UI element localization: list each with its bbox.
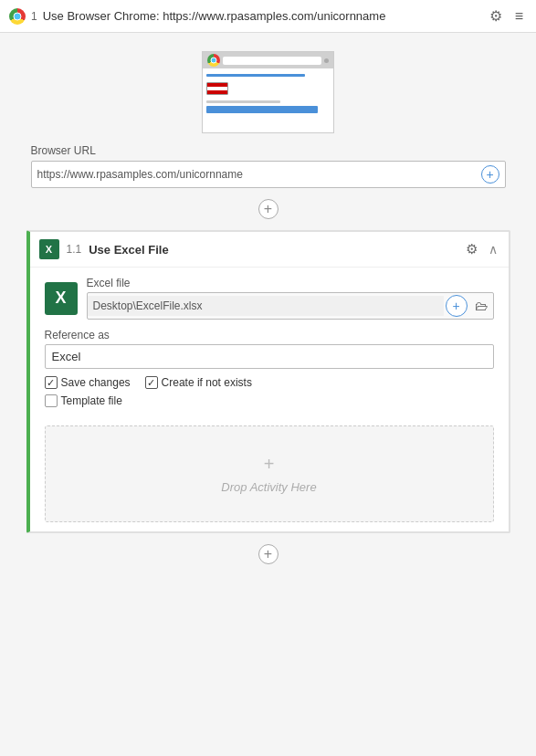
checkbox-row-1: ✓ Save changes ✓ Create if not exists — [45, 376, 494, 389]
thumb-line — [206, 74, 305, 77]
create-if-not-exists-label: Create if not exists — [162, 376, 252, 389]
add-between-bottom: + — [18, 533, 518, 575]
add-between-top: + — [18, 188, 518, 230]
reference-as-section: Reference as — [45, 329, 494, 369]
save-changes-checkbox-item[interactable]: ✓ Save changes — [45, 376, 131, 389]
url-section: Browser URL https://www.rpasamples.com/u… — [31, 144, 506, 188]
add-activity-bottom-button[interactable]: + — [258, 544, 279, 564]
url-input-row: https://www.rpasamples.com/unicornname + — [31, 161, 506, 188]
chrome-icon — [9, 8, 26, 25]
save-changes-label: Save changes — [61, 376, 131, 389]
create-if-not-exists-checkbox[interactable]: ✓ — [145, 376, 158, 389]
hamburger-button[interactable]: ≡ — [511, 6, 527, 26]
thumb-flag — [206, 82, 228, 95]
create-if-not-exists-checkbox-item[interactable]: ✓ Create if not exists — [145, 376, 252, 389]
excel-file-label: Excel file — [87, 277, 494, 289]
activity-header: X 1.1 Use Excel File ⚙ ∧ — [30, 232, 509, 268]
file-plus-button[interactable]: + — [446, 295, 468, 317]
reference-as-input[interactable] — [45, 344, 494, 369]
thumb-dot — [324, 58, 329, 63]
activity-header-left: X 1.1 Use Excel File — [39, 239, 169, 259]
activity-card-excel: X 1.1 Use Excel File ⚙ ∧ X Excel file De… — [26, 230, 510, 533]
create-if-not-exists-check-icon: ✓ — [147, 378, 155, 388]
thumb-page — [203, 68, 333, 119]
thumb-line2 — [206, 100, 280, 103]
save-changes-checkbox[interactable]: ✓ — [45, 376, 58, 389]
main-content: Browser URL https://www.rpasamples.com/u… — [0, 33, 536, 584]
add-activity-top-button[interactable]: + — [258, 199, 279, 219]
thumb-inner — [203, 52, 333, 132]
thumb-button — [206, 106, 318, 113]
drop-zone-text: Drop Activity Here — [221, 480, 316, 494]
excel-file-group: Excel file Desktop\ExcelFile.xlsx + 🗁 — [87, 277, 494, 320]
activity-body: X Excel file Desktop\ExcelFile.xlsx + 🗁 … — [30, 268, 509, 416]
url-label: Browser URL — [31, 144, 506, 157]
url-input-text[interactable]: https://www.rpasamples.com/unicornname — [37, 168, 478, 181]
excel-icon-small: X — [39, 239, 59, 259]
drop-zone[interactable]: + Drop Activity Here — [45, 425, 494, 522]
excel-icon-large: X — [45, 282, 78, 315]
thumb-bar — [203, 52, 333, 68]
reference-as-label: Reference as — [45, 329, 494, 341]
url-plus-button[interactable]: + — [481, 165, 499, 184]
top-bar-title: Use Browser Chrome: https://www.rpasampl… — [43, 9, 480, 23]
template-file-checkbox[interactable] — [45, 394, 58, 407]
thumb-url-bar — [223, 57, 321, 65]
activity-step: 1.1 — [67, 243, 82, 256]
excel-file-field-row: X Excel file Desktop\ExcelFile.xlsx + 🗁 — [45, 277, 494, 320]
card-gear-button[interactable]: ⚙ — [462, 239, 481, 259]
activity-header-right: ⚙ ∧ — [462, 239, 499, 259]
save-changes-check-icon: ✓ — [47, 378, 55, 388]
file-path-text[interactable]: Desktop\ExcelFile.xlsx — [88, 296, 444, 316]
template-file-label: Template file — [61, 394, 122, 407]
file-folder-button[interactable]: 🗁 — [469, 294, 493, 318]
drop-zone-plus-icon: + — [264, 454, 275, 475]
activity-title: Use Excel File — [89, 243, 168, 257]
step-number: 1 — [31, 10, 37, 23]
checkbox-row-2[interactable]: Template file — [45, 394, 494, 407]
card-collapse-button[interactable]: ∧ — [487, 240, 499, 258]
file-input-row: Desktop\ExcelFile.xlsx + 🗁 — [87, 292, 494, 320]
browser-thumbnail — [202, 51, 334, 133]
thumb-chrome-icon — [207, 54, 220, 67]
gear-button[interactable]: ⚙ — [486, 5, 506, 26]
top-bar: 1 Use Browser Chrome: https://www.rpasam… — [0, 0, 536, 33]
